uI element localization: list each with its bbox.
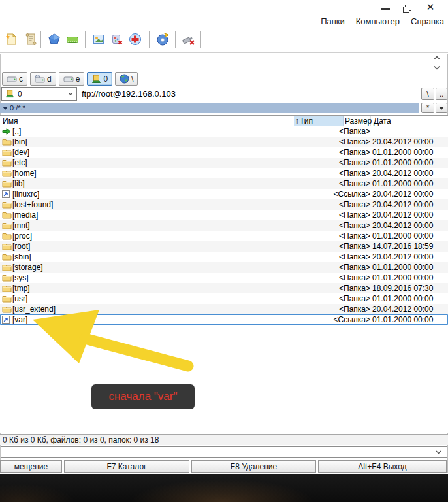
column-header-name[interactable]: Имя xyxy=(3,116,18,126)
drive-button-e[interactable]: e xyxy=(59,72,85,86)
command-combobox[interactable] xyxy=(1,446,447,458)
defragment-icon[interactable] xyxy=(47,32,61,46)
toolbar-separator xyxy=(200,31,201,48)
current-path-text: 0:/*.* xyxy=(10,104,25,112)
new-file-icon[interactable] xyxy=(4,32,18,46)
ftp-drive-combo[interactable]: 0 xyxy=(1,87,77,101)
drive-button-network[interactable]: \ xyxy=(115,72,138,86)
column-header-size[interactable]: Размер xyxy=(345,116,372,126)
file-name: [media] xyxy=(12,210,297,220)
file-date: 20.04.2012 00:00 xyxy=(370,190,448,199)
hard-drive-icon xyxy=(7,75,17,83)
chevron-down-icon[interactable] xyxy=(434,65,440,70)
chevron-down-icon xyxy=(68,92,73,95)
fkey-button-move[interactable]: мещение xyxy=(0,460,62,473)
path-history-button[interactable] xyxy=(436,103,447,113)
file-type-size: <Папка> xyxy=(297,127,370,136)
file-type-size: <Папка> xyxy=(297,169,370,178)
minimize-button[interactable] xyxy=(381,8,390,10)
folder-icon xyxy=(0,305,12,313)
log-scroll-icon[interactable] xyxy=(24,32,38,46)
first-aid-icon[interactable] xyxy=(128,32,142,46)
table-row[interactable]: [sbin]<Папка>20.04.2012 00:00 xyxy=(0,252,448,262)
file-name: [sbin] xyxy=(12,252,297,261)
file-list: [..]<Папка>[bin]<Папка>20.04.2012 00:00[… xyxy=(0,126,448,325)
file-name: [bin] xyxy=(12,137,297,146)
menu-item-help[interactable]: Справка xyxy=(411,16,444,26)
file-name: [storage] xyxy=(12,263,297,272)
table-row[interactable]: [lib]<Папка>01.01.2000 00:00 xyxy=(0,178,448,189)
table-row[interactable]: [mnt]<Папка>20.04.2012 00:00 xyxy=(0,220,448,231)
path-dropdown-icon xyxy=(3,107,8,110)
file-date: 01.01.2000 00:00 xyxy=(370,315,448,324)
root-dir-button[interactable]: \ xyxy=(421,88,434,100)
table-row[interactable]: [storage]<Папка>01.01.2000 00:00 xyxy=(0,262,448,273)
restore-icon xyxy=(403,5,411,13)
menu-item-folders[interactable]: Папки xyxy=(321,16,345,26)
folder-icon xyxy=(0,232,12,240)
file-name: [proc] xyxy=(12,231,297,241)
table-row[interactable]: [root]<Папка>14.07.2016 18:59 xyxy=(0,241,448,252)
file-type-size: <Папка> xyxy=(297,221,370,230)
table-row[interactable]: [etc]<Папка>01.01.2000 00:00 xyxy=(0,158,448,168)
file-name: [var] xyxy=(12,315,297,324)
table-row[interactable]: [linuxrc]<Ссылка>20.04.2012 00:00 xyxy=(0,189,448,199)
fkey-button-f8-delete[interactable]: F8 Удаление xyxy=(191,460,316,473)
chevron-up-icon[interactable] xyxy=(434,56,440,60)
drive-letter: \ xyxy=(131,75,133,84)
table-row[interactable]: [usr]<Папка>01.01.2000 00:00 xyxy=(0,293,448,304)
folder-icon xyxy=(0,148,12,156)
toolbar-scroll-control[interactable] xyxy=(431,54,443,71)
restore-button[interactable] xyxy=(403,4,411,12)
folder-icon xyxy=(0,222,12,229)
column-header-type-label: Тип xyxy=(300,116,313,126)
table-row[interactable]: [usr_extend]<Папка>20.04.2012 00:00 xyxy=(0,304,448,314)
usb-eject-icon[interactable] xyxy=(182,32,196,46)
table-row[interactable]: [..]<Папка> xyxy=(0,126,448,137)
ruler-icon[interactable] xyxy=(65,32,80,46)
current-path-bar[interactable]: 0:/*.* xyxy=(0,103,419,113)
folder-icon xyxy=(0,263,12,271)
toolbar-separator xyxy=(85,31,86,48)
package-delete-icon[interactable] xyxy=(110,32,124,46)
table-row[interactable]: [sys]<Папка>01.01.2000 00:00 xyxy=(0,273,448,283)
table-row[interactable]: [dev]<Папка>01.01.2000 00:00 xyxy=(0,147,448,158)
file-type-size: <Папка> xyxy=(297,231,370,241)
file-date: 20.04.2012 00:00 xyxy=(370,252,448,261)
column-header-type[interactable]: ↑ Тип xyxy=(294,116,344,126)
table-row[interactable]: [media]<Папка>20.04.2012 00:00 xyxy=(0,210,448,220)
parent-dir-button[interactable]: .. xyxy=(436,88,447,100)
file-date: 20.04.2012 00:00 xyxy=(370,305,448,314)
table-row[interactable]: [tmp]<Папка>18.09.2016 07:30 xyxy=(0,283,448,293)
image-viewer-icon[interactable] xyxy=(91,32,106,46)
drive-letter: c xyxy=(19,75,23,84)
menu-item-computer[interactable]: Компьютер xyxy=(356,16,400,26)
fkey-button-f7-mkdir[interactable]: F7 Каталог xyxy=(64,460,189,473)
table-row[interactable]: [bin]<Папка>20.04.2012 00:00 xyxy=(0,137,448,147)
hard-drive-icon xyxy=(63,75,74,83)
drive-button-c[interactable]: c xyxy=(2,72,27,86)
toolbar-separator xyxy=(175,31,176,48)
cd-burn-icon[interactable] xyxy=(155,32,170,46)
toolbar-separator xyxy=(40,31,41,48)
table-row[interactable]: [var]<Ссылка>01.01.2000 00:00 xyxy=(0,314,448,325)
file-name: [..] xyxy=(12,127,297,136)
table-row[interactable]: [lost+found]<Папка>20.04.2012 00:00 xyxy=(0,199,448,210)
ftp-combo-value: 0 xyxy=(18,90,22,99)
column-header-date[interactable]: Дата xyxy=(374,116,391,126)
fkey-button-exit[interactable]: Alt+F4 Выход xyxy=(318,460,447,473)
file-type-size: <Папка> xyxy=(297,252,370,261)
table-row[interactable]: [home]<Папка>20.04.2012 00:00 xyxy=(0,168,448,178)
status-bar: 0 Кб из 0 Кб, файлов: 0 из 0, папок: 0 и… xyxy=(0,434,448,445)
ftp-folder-icon xyxy=(5,90,14,98)
file-type-size: <Ссылка> xyxy=(297,315,370,324)
file-date: 01.01.2000 00:00 xyxy=(370,179,448,188)
file-panel: Имя ↑ Тип Размер Дата [..]<Папка>[bin]<П… xyxy=(0,115,448,433)
drive-button-d[interactable]: d xyxy=(30,72,56,86)
file-name: [tmp] xyxy=(12,284,297,293)
close-button[interactable]: ✕ xyxy=(424,1,436,13)
table-row[interactable]: [proc]<Папка>01.01.2000 00:00 xyxy=(0,231,448,241)
drive-button-ftp-0[interactable]: 0 xyxy=(87,72,112,86)
filter-button[interactable]: * xyxy=(421,103,434,113)
folder-icon xyxy=(0,180,12,188)
